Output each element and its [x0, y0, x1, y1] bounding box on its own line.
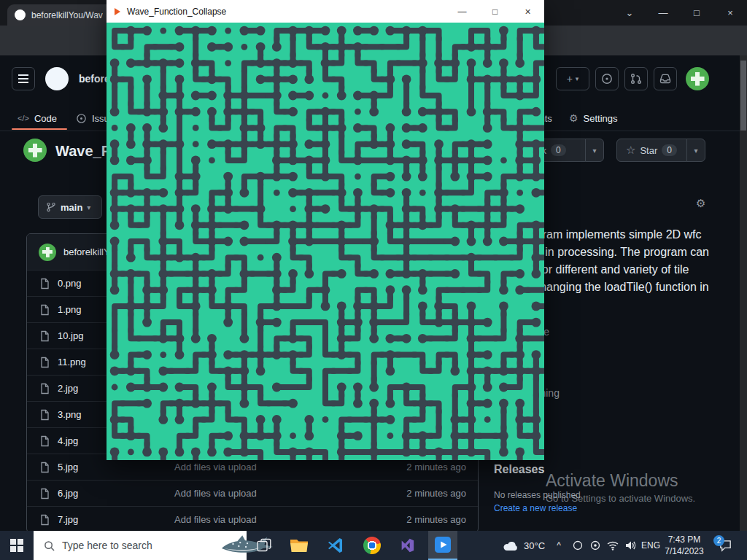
file-icon — [39, 278, 50, 289]
task-view-button[interactable] — [249, 531, 279, 560]
issue-circle-icon — [76, 113, 87, 124]
tab-code[interactable]: </> Code — [18, 109, 57, 127]
time: 7:43 PM — [661, 534, 708, 545]
file-name-link[interactable]: 4.jpg — [58, 435, 78, 446]
sketch-close-button[interactable]: × — [511, 0, 544, 23]
commit-message-link[interactable]: Add files via upload — [174, 514, 384, 525]
action-center-button[interactable] — [709, 531, 741, 560]
visual-studio-icon[interactable] — [392, 531, 422, 560]
file-icon — [39, 488, 50, 499]
sketch-minimize-button[interactable]: — — [446, 0, 479, 23]
commit-time: 2 minutes ago — [384, 488, 466, 499]
file-icon — [39, 435, 50, 447]
tray-target-icon[interactable] — [587, 531, 604, 560]
issues-icon-button[interactable] — [595, 67, 619, 90]
window-minimize-button[interactable]: — — [646, 0, 680, 26]
scrollbar-thumb[interactable] — [740, 61, 746, 131]
cloud-icon — [502, 540, 519, 551]
create-new-button[interactable]: +▾ — [556, 67, 589, 90]
tab-settings[interactable]: ⚙ Settings — [569, 109, 618, 127]
commit-message-link[interactable]: Add files via upload — [174, 488, 384, 499]
play-app-icon — [435, 537, 451, 553]
file-name-link[interactable]: 3.png — [58, 409, 82, 420]
branch-icon — [46, 202, 56, 212]
repo-owner-avatar[interactable] — [23, 139, 47, 162]
user-avatar[interactable] — [686, 67, 709, 90]
file-name-link[interactable]: 10.jpg — [58, 330, 83, 341]
tab-search-icon[interactable]: ⌄ — [613, 0, 646, 26]
file-icon — [39, 462, 50, 473]
file-name-link[interactable]: 11.png — [58, 357, 86, 368]
file-name-link[interactable]: 5.jpg — [58, 462, 78, 472]
inbox-icon-button[interactable] — [654, 67, 677, 90]
windows-logo-icon — [10, 539, 23, 552]
file-name-link[interactable]: 6.jpg — [58, 488, 78, 499]
commit-message-link[interactable]: Add files via upload — [174, 462, 384, 472]
file-icon — [39, 409, 50, 421]
create-release-link[interactable]: Create a new release — [494, 503, 577, 513]
fork-count-badge: 0 — [551, 144, 566, 156]
wfc-canvas — [107, 23, 544, 460]
network-wifi-icon[interactable] — [604, 531, 622, 560]
weather-widget[interactable]: 30°C — [502, 531, 545, 560]
start-button[interactable] — [0, 531, 34, 560]
about-settings-gear-icon[interactable]: ⚙ — [696, 197, 705, 210]
page-scrollbar[interactable] — [740, 55, 747, 531]
sketch-maximize-button[interactable]: □ — [479, 0, 511, 23]
github-logo[interactable] — [45, 67, 69, 90]
file-explorer-icon[interactable] — [285, 531, 314, 560]
file-name-link[interactable]: 1.png — [58, 304, 82, 315]
window-close-button[interactable]: × — [713, 0, 747, 26]
file-icon — [39, 514, 50, 526]
search-icon — [44, 540, 55, 551]
file-name-link[interactable]: 7.jpg — [58, 514, 78, 525]
star-count-badge: 0 — [662, 144, 677, 156]
sketch-window-controls: — □ × — [446, 0, 544, 23]
activate-windows-watermark: Activate Windows — [546, 471, 678, 491]
table-row[interactable]: 7.jpg Add files via upload 2 minutes ago — [27, 506, 478, 531]
sketch-title-bar[interactable]: Wave_Function_Collapse — □ × — [107, 0, 544, 23]
releases-heading[interactable]: Releases — [494, 463, 544, 476]
hamburger-menu-button[interactable] — [12, 67, 35, 90]
pull-request-icon — [630, 73, 642, 85]
commit-author-avatar[interactable] — [39, 244, 56, 261]
task-view-icon — [257, 538, 271, 553]
activate-windows-subtext: Go to Settings to activate Windows. — [546, 493, 695, 504]
code-icon: </> — [18, 114, 29, 122]
github-favicon — [15, 9, 26, 20]
inbox-icon — [659, 73, 671, 85]
star-button[interactable]: ☆ Star 0 — [616, 139, 687, 162]
tray-circle-icon[interactable] — [569, 531, 587, 560]
chrome-icon[interactable] — [357, 531, 387, 560]
window-maximize-button[interactable]: □ — [680, 0, 713, 26]
hidden-icons-chevron[interactable]: ^ — [551, 531, 566, 560]
file-name-link[interactable]: 2.jpg — [58, 383, 78, 394]
taskbar-search[interactable] — [34, 531, 247, 560]
sketch-app-icon — [115, 8, 120, 15]
table-row[interactable]: 6.jpg Add files via upload 2 minutes ago — [27, 480, 478, 506]
language-indicator[interactable]: ENG — [638, 531, 664, 560]
issue-circle-icon — [601, 73, 613, 85]
clock[interactable]: 7:43 PM 7/14/2023 — [661, 534, 708, 557]
vscode-icon[interactable] — [321, 531, 350, 560]
file-name-link[interactable]: 0.png — [58, 278, 82, 289]
star-label: Star — [640, 145, 657, 156]
sketch-window[interactable]: Wave_Function_Collapse — □ × — [107, 0, 544, 460]
chrome-logo — [363, 537, 381, 554]
hamburger-icon — [18, 78, 28, 79]
running-sketch-taskbar-icon[interactable] — [428, 531, 457, 560]
search-input[interactable] — [62, 540, 171, 551]
file-icon — [39, 357, 50, 368]
pull-requests-icon-button[interactable] — [624, 67, 648, 90]
file-icon — [39, 304, 50, 316]
star-dropdown-button[interactable]: ▾ — [686, 139, 705, 162]
file-icon — [39, 330, 50, 342]
gear-icon: ⚙ — [569, 112, 578, 124]
volume-icon[interactable] — [622, 531, 639, 560]
commit-time: 2 minutes ago — [384, 514, 466, 525]
active-tab-underline — [12, 128, 67, 130]
browser-window-controls: ⌄ — □ × — [613, 0, 747, 26]
plus-icon: + — [567, 73, 573, 85]
fork-dropdown-button[interactable]: ▾ — [585, 139, 604, 162]
branch-selector[interactable]: main ▾ — [38, 195, 102, 219]
